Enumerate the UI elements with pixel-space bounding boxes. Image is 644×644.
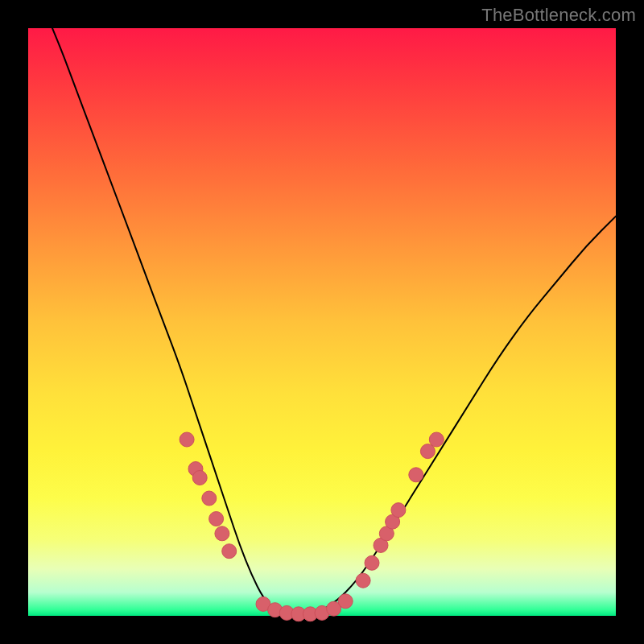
chart-svg: [28, 28, 616, 616]
watermark-label: TheBottleneck.com: [481, 5, 636, 26]
bottleneck-curve: [40, 0, 616, 616]
curve-marker: [180, 432, 194, 447]
curve-marker: [338, 594, 353, 609]
curve-marker: [202, 491, 217, 506]
curve-marker: [215, 526, 229, 541]
curve-marker: [192, 471, 207, 485]
curve-marker: [209, 512, 224, 526]
marker-group: [180, 432, 444, 621]
curve-marker: [409, 468, 423, 482]
chart-frame: TheBottleneck.com: [0, 0, 644, 644]
plot-area: [28, 28, 616, 616]
curve-marker: [222, 544, 237, 559]
curve-marker: [429, 432, 444, 447]
curve-marker: [391, 503, 406, 518]
curve-marker: [365, 555, 379, 570]
curve-marker: [356, 573, 370, 588]
